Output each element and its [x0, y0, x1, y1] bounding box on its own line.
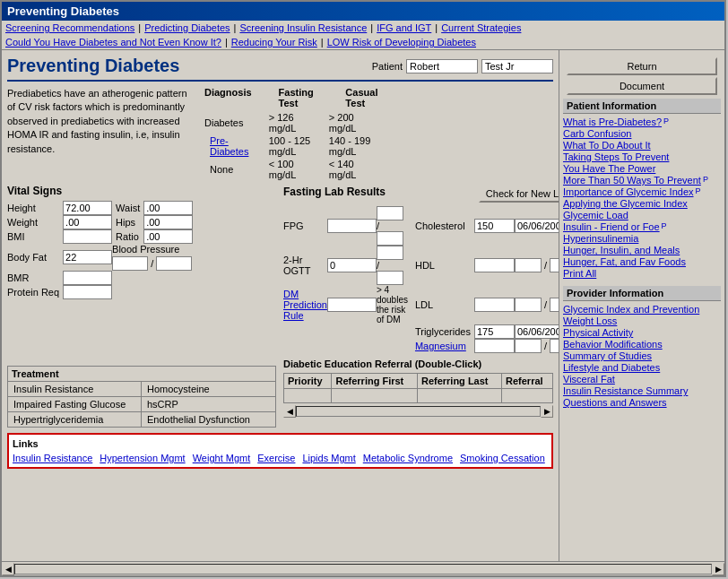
prov-behavior-mods[interactable]: Behavior Modifications	[563, 339, 721, 350]
ldl-input[interactable]	[474, 298, 515, 312]
chol-date[interactable]	[515, 219, 559, 233]
prov-lifestyle[interactable]: Lifestyle and Diabetes	[563, 362, 721, 373]
main-window: Preventing Diabetes Screening Recommenda…	[0, 0, 726, 577]
nav-screening-insulin[interactable]: Screening Insulin Resistance	[239, 22, 367, 33]
link-exercise[interactable]: Exercise	[257, 453, 295, 463]
trig-date[interactable]	[515, 324, 559, 339]
nav-current-strategies[interactable]: Current Strategies	[441, 22, 521, 33]
scroll-bottom-right[interactable]: ▶	[712, 563, 724, 575]
link-insulin-resistance[interactable]: Insulin Resistance	[13, 453, 92, 463]
nav-predicting-diabetes[interactable]: Predicting Diabetes	[144, 22, 230, 33]
pi-applying-glycemic[interactable]: Applying the Glycemic Index	[563, 198, 721, 209]
protein-input[interactable]	[63, 285, 112, 299]
scroll-track[interactable]	[296, 406, 541, 417]
diag-fasting-prediabetes: 100 - 125 mg/dL	[264, 134, 324, 158]
dm-prediction-link[interactable]: DM Prediction Rule	[283, 289, 327, 321]
nav-could-you[interactable]: Could You Have Diabetes and Not Even Kno…	[5, 37, 221, 48]
waist-cell	[143, 201, 193, 215]
height-input[interactable]	[63, 201, 112, 215]
prov-physical-activity[interactable]: Physical Activity	[563, 327, 721, 338]
hdl-date1[interactable]	[515, 258, 542, 272]
pi-glycemic-importance[interactable]: Importance of Glycemic Index	[563, 186, 694, 197]
mag-label[interactable]: Magnesium	[408, 339, 474, 353]
prov-summary-studies[interactable]: Summary of Studies	[563, 350, 721, 361]
pi-hunger-fat[interactable]: Hunger, Fat, and Fav Foods	[563, 256, 721, 267]
link-metabolic[interactable]: Metabolic Syndrome	[363, 453, 453, 463]
ogtt-date1[interactable]	[377, 246, 403, 260]
link-hypertension[interactable]: Hypertension Mgmt	[100, 453, 185, 463]
diag-label-prediabetes[interactable]: Pre-Diabetes	[204, 134, 264, 158]
scroll-right-button[interactable]: ▶	[541, 405, 553, 418]
trig-input[interactable]	[474, 324, 515, 339]
pi-what-is-prediabetes[interactable]: What is Pre-Diabetes?	[563, 117, 662, 127]
magnesium-link[interactable]: Magnesium	[415, 341, 466, 351]
ogtt-input[interactable]	[327, 258, 377, 272]
link-lipids[interactable]: Lipids Mgmt	[302, 453, 355, 463]
patient-last-name[interactable]	[481, 59, 553, 73]
mag-input[interactable]	[474, 339, 515, 353]
pi-what-to-do[interactable]: What To Do About It	[563, 140, 721, 151]
dm-text-cell: > 4 doublesthe risk of DM	[377, 285, 408, 324]
print-all-link[interactable]: Print All	[563, 268, 596, 279]
treatment-item-6: Endothelial Dysfunction	[142, 412, 275, 427]
bmi-input[interactable]	[63, 229, 112, 244]
referral-body	[284, 389, 553, 403]
nav-screening-recommendations[interactable]: Screening Recommendations	[5, 22, 134, 33]
fpg-date[interactable]	[377, 206, 403, 220]
pi-you-have-power[interactable]: You Have The Power	[563, 163, 721, 174]
hdl-input[interactable]	[474, 258, 515, 272]
hips-input[interactable]	[143, 215, 193, 229]
fasting-lab-table: FPG / Cholesterol 2	[283, 206, 559, 353]
prov-questions[interactable]: Questions and Answers	[563, 397, 721, 408]
prov-visceral-fat[interactable]: Visceral Fat	[563, 374, 721, 385]
link-weight-mgmt[interactable]: Weight Mgmt	[193, 453, 251, 463]
bottom-scroll-track[interactable]	[14, 564, 712, 575]
pi-hyperinsulinemia[interactable]: Hyperinsulinemia	[563, 233, 721, 244]
prediabetes-link[interactable]: Pre-Diabetes	[210, 135, 248, 157]
dm-input[interactable]	[327, 298, 377, 312]
nav-reducing-risk[interactable]: Reducing Your Risk	[231, 37, 317, 48]
links-row: Insulin Resistance Hypertension Mgmt Wei…	[13, 453, 548, 463]
mag-date2[interactable]	[550, 339, 559, 353]
mag-date1[interactable]	[515, 339, 542, 353]
scroll-bottom-left[interactable]: ◀	[2, 563, 14, 575]
height-label: Height	[7, 201, 63, 215]
nav-ifg-igt[interactable]: IFG and IGT	[377, 22, 431, 33]
trig-spacer3	[377, 324, 408, 339]
diagnosis-table: Diabetes > 126 mg/dL > 200 mg/dL Pre-Dia…	[204, 111, 384, 181]
ogtt-date2[interactable]	[377, 271, 403, 285]
pi-taking-steps[interactable]: Taking Steps To Prevent	[563, 151, 721, 162]
bp-systolic[interactable]	[112, 256, 148, 271]
bodyfat-input[interactable]	[63, 250, 112, 264]
nav-low-risk[interactable]: LOW Risk of Developing Diabetes	[327, 37, 476, 48]
pi-carb-confusion[interactable]: Carb Confusion	[563, 128, 721, 139]
patient-first-name[interactable]	[406, 59, 478, 73]
return-button[interactable]: Return	[567, 57, 717, 75]
document-button[interactable]: Document	[567, 77, 717, 95]
ldl-date2[interactable]	[550, 298, 559, 312]
casual-test-title: Casual Test	[345, 87, 384, 108]
ldl-date1[interactable]	[515, 298, 542, 312]
vitals-row-5: BMR	[7, 271, 193, 285]
hdl-date2[interactable]	[550, 258, 559, 272]
ratio-input[interactable]	[143, 229, 193, 244]
pi-insulin-friend[interactable]: Insulin - Friend or Foe	[563, 221, 660, 232]
bmr-input[interactable]	[63, 271, 112, 285]
scroll-left-button[interactable]: ◀	[283, 405, 296, 418]
bp-diastolic[interactable]	[156, 256, 192, 271]
pi-hunger-insulin[interactable]: Hunger, Insulin, and Meals	[563, 245, 721, 255]
weight-input[interactable]	[63, 215, 112, 229]
prov-insulin-resistance[interactable]: Insulin Resistance Summary	[563, 385, 721, 396]
fpg-date2[interactable]	[377, 231, 403, 246]
chol-input[interactable]	[474, 219, 515, 233]
pi-50-ways[interactable]: More Than 50 Ways To Prevent	[563, 175, 701, 186]
check-new-labs-button[interactable]: Check for New Labs	[479, 185, 559, 203]
waist-input[interactable]	[143, 201, 193, 215]
vital-signs-title: Vital Signs	[7, 185, 276, 197]
prov-weight-loss[interactable]: Weight Loss	[563, 315, 721, 326]
referral-cell-1-2	[332, 389, 417, 403]
link-smoking[interactable]: Smoking Cessation	[460, 453, 545, 463]
fpg-input[interactable]	[327, 219, 377, 233]
pi-glycemic-load[interactable]: Glycemic Load	[563, 210, 721, 220]
prov-glycemic-index[interactable]: Glycemic Index and Prevention	[563, 304, 721, 315]
